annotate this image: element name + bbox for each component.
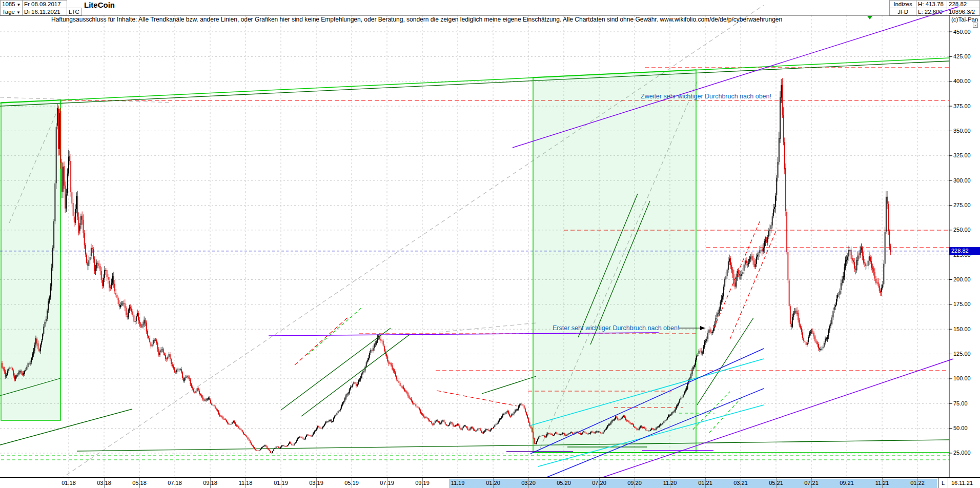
taipan-chart-window: 1085▼ Fr 08.09.2017 Tage▼ Di 16.11.2021 … — [0, 0, 980, 488]
time-tick-label: 05.19 — [344, 480, 359, 486]
time-tick-label: 03.21 — [733, 480, 748, 486]
time-tick-label: 09.19 — [415, 480, 430, 486]
collapse-icon[interactable]: - — [973, 23, 978, 28]
time-tick-label: 01.18 — [62, 480, 76, 486]
time-tick-label: 07.20 — [592, 480, 606, 486]
candle-series — [2, 78, 891, 453]
time-tick-label: 07.21 — [804, 480, 819, 486]
trend-line — [709, 395, 744, 433]
price-tick-label: 400.00 — [953, 78, 971, 84]
price-tick-label: 325.00 — [953, 152, 971, 158]
price-tick-label: 300.00 — [953, 177, 971, 184]
trend-line — [281, 328, 391, 410]
time-tick-label: 03.19 — [309, 480, 323, 486]
price-tick-label: 250.00 — [953, 227, 971, 233]
time-tick-label: 11.18 — [239, 480, 253, 486]
consolidation-box — [533, 70, 696, 453]
marker-triangle-icon — [867, 16, 872, 19]
price-tick-label: 75.00 — [953, 400, 968, 406]
trend-line — [0, 58, 949, 103]
time-tick-label: 11.20 — [663, 480, 677, 486]
trend-line — [730, 229, 777, 339]
current-price-badge: 228.82 — [949, 247, 980, 255]
time-tick-label: 05.18 — [132, 480, 147, 486]
trend-line — [693, 392, 730, 430]
trend-line — [301, 334, 410, 416]
price-tick-label: 275.00 — [953, 202, 971, 208]
time-tick-label: 11.21 — [875, 480, 889, 486]
disclaimer-text: Haftungsausschluss für Inhalte: Alle Tre… — [51, 16, 782, 23]
trend-line — [77, 440, 949, 451]
time-tick-label: 01.22 — [910, 480, 925, 486]
time-tick-label: 07.19 — [380, 480, 394, 486]
price-tick-label: 425.00 — [953, 53, 971, 59]
time-tick-label: 01.20 — [486, 480, 500, 486]
price-tick-label: 125.00 — [953, 351, 971, 357]
price-tick-label: 100.00 — [953, 375, 971, 381]
time-tick-label: 09.18 — [203, 480, 217, 486]
time-tick-label: 09.21 — [840, 480, 854, 486]
trend-line — [308, 308, 362, 355]
time-tick-label: 03.18 — [97, 480, 111, 486]
time-tick-label: 05.20 — [557, 480, 571, 486]
price-tick-label: 25.000 — [953, 450, 971, 456]
time-tick-label: 01.19 — [274, 480, 288, 486]
annotation-arrowhead — [700, 326, 705, 330]
trend-line — [0, 61, 949, 106]
time-tick-label: 05.21 — [769, 480, 783, 486]
annotation-erster-durchbruch: Erster sehr wichtiger Durchbruch nach ob… — [553, 324, 679, 332]
time-tick-label: 07.18 — [168, 480, 182, 486]
price-tick-label: 200.00 — [953, 276, 971, 282]
time-tick-label: 01.21 — [698, 480, 712, 486]
price-tick-label: 50.00 — [953, 425, 968, 431]
time-tick-label: 11.19 — [451, 480, 465, 486]
price-tick-label: 450.00 — [953, 29, 971, 35]
annotation-zweiter-durchbruch: Zweiter sehr wichtiger Durchbruch nach o… — [641, 93, 771, 100]
price-tick-label: 375.00 — [953, 103, 971, 109]
time-axis: 01.1803.1805.1807.1809.1811.1801.1903.19… — [0, 477, 980, 488]
price-tick-label: 350.00 — [953, 128, 971, 134]
price-tick-label: 150.00 — [953, 326, 971, 332]
time-tick-label: 03.20 — [521, 480, 536, 486]
axis-l-cell: L — [938, 478, 948, 488]
time-tick-label: 09.20 — [627, 480, 642, 486]
trend-line — [439, 323, 536, 332]
watermark-copyright: (c)Tai-Pan — [951, 16, 978, 23]
consolidation-box — [1, 100, 60, 420]
price-tick-label: 175.00 — [953, 301, 971, 307]
trend-line — [295, 317, 349, 365]
axis-end-date: 16.11.21 — [951, 480, 973, 486]
price-chart-canvas[interactable] — [0, 0, 980, 488]
